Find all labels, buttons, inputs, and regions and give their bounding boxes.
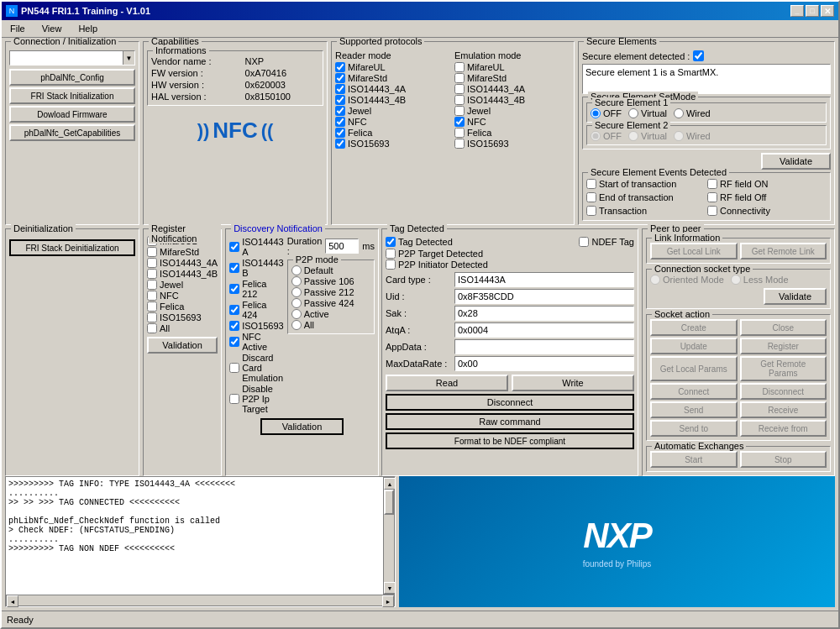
connect-button[interactable]: Connect — [650, 383, 738, 400]
minimize-button[interactable]: _ — [790, 5, 804, 17]
log-scrollbar-v[interactable]: ▲ ▼ — [383, 477, 395, 595]
socket-type-title: Connection socket type — [652, 264, 753, 274]
nfc-waves-left: )) — [197, 120, 210, 142]
send-button[interactable]: Send — [650, 401, 738, 418]
detected-row: Secure element detected : — [582, 50, 831, 61]
top-section: Connection / Initialization ▼ phDalNfc_C… — [2, 38, 838, 228]
connection-combo[interactable]: ▼ — [9, 50, 135, 66]
disc-felica212: Felica 212 — [229, 279, 284, 299]
se1-virtual: Virtual — [628, 108, 667, 118]
content-area: Connection / Initialization ▼ phDalNfc_C… — [2, 38, 838, 611]
emu-mifare-ul: MifareUL — [454, 62, 570, 72]
menu-file[interactable]: File — [5, 22, 30, 35]
reg-validation-container: Validation — [147, 337, 218, 354]
update-button[interactable]: Update — [650, 338, 738, 354]
notification-row: Register Notification MifareUL MifareStd… — [143, 228, 378, 476]
uid-input[interactable] — [454, 289, 634, 304]
menu-view[interactable]: View — [37, 22, 67, 35]
se-info-box: Secure element 1 is a SmartMX. — [582, 64, 831, 94]
register-items: MifareUL MifareStd ISO14443_4A ISO14443_… — [147, 236, 218, 333]
receive-from-button[interactable]: Receive from — [740, 420, 827, 437]
fw-label: FW version : — [151, 68, 240, 78]
reader-mifare-std: MifareStd — [335, 73, 451, 83]
reg-iso14443-4a: ISO14443_4A — [147, 258, 218, 268]
p2p-all: All — [291, 320, 370, 330]
detected-checkbox[interactable] — [693, 50, 704, 61]
menu-help[interactable]: Help — [73, 22, 102, 35]
ndef-tag-cb: NDEF Tag — [579, 237, 634, 247]
events-group: Secure Element Events Detected Start of … — [582, 172, 831, 221]
close-button[interactable]: Close — [740, 319, 827, 336]
connection-title: Connection / Initialization — [11, 38, 118, 46]
phdalnfc-config-button[interactable]: phDalNfc_Config — [9, 69, 135, 86]
get-local-link-button[interactable]: Get Local Link — [650, 243, 738, 259]
p2p-passive212: Passive 212 — [291, 287, 370, 297]
maximize-button[interactable]: □ — [806, 5, 819, 17]
p2p-target-cb: P2P Target Detected — [386, 249, 634, 259]
events-title: Secure Element Events Detected — [588, 167, 729, 177]
p2p-disconnect-button[interactable]: Disconnect — [740, 383, 827, 400]
log-line-7: .......... — [8, 535, 381, 544]
scroll-right-btn[interactable]: ► — [382, 595, 394, 607]
fri-stack-deinit-button[interactable]: FRI Stack Deinitialization — [9, 239, 135, 256]
write-button[interactable]: Write — [512, 375, 634, 391]
event-connectivity: Connectivity — [707, 206, 827, 216]
card-type-input[interactable] — [454, 272, 634, 287]
get-remote-params-button[interactable]: Get Remote Params — [740, 356, 827, 381]
register-button[interactable]: Register — [740, 338, 827, 354]
hw-value: 0x620003 — [245, 80, 319, 90]
sak-input[interactable] — [454, 306, 634, 321]
disc-card-emulation: Discard Card Emulation — [229, 353, 284, 383]
get-capabilities-button[interactable]: phDalNfc_GetCapabilities — [9, 124, 135, 141]
get-local-params-button[interactable]: Get Local Params — [650, 356, 738, 381]
discovery-checkboxes: ISO14443 A ISO14443 B Felica 212 Felica … — [229, 236, 284, 415]
send-to-button[interactable]: Send to — [650, 420, 738, 437]
get-remote-link-button[interactable]: Get Remote Link — [740, 243, 827, 259]
log-line-8: >>>>>>>>> TAG NON NDEF <<<<<<<<<< — [8, 544, 381, 553]
close-button[interactable]: ✕ — [821, 5, 834, 17]
socket-validate-button[interactable]: Validate — [764, 288, 827, 305]
download-firmware-button[interactable]: Dowload Firmware — [9, 106, 135, 123]
create-button[interactable]: Create — [650, 319, 738, 336]
informations-title: Informations — [153, 45, 209, 55]
detected-label: Secure element detected : — [582, 51, 690, 61]
socket-action-buttons: Create Close Update Register Get Local P… — [650, 319, 827, 437]
emu-iso14443-4a: ISO14443_4A — [454, 84, 570, 94]
protocols-panel: Supported protocols Reader mode MifareUL… — [331, 41, 575, 225]
maxdatarate-label: MaxDataRate : — [386, 359, 453, 369]
se1-modes: OFF Virtual Wired — [591, 107, 822, 119]
start-button[interactable]: Start — [650, 451, 738, 468]
right-middle: Tag Detected Tag Detected NDEF Tag P2P T… — [381, 228, 835, 476]
stop-button[interactable]: Stop — [740, 451, 827, 468]
log-line-2: .......... — [8, 489, 381, 498]
scroll-left-btn[interactable]: ◄ — [7, 595, 18, 607]
status-text: Ready — [7, 615, 34, 625]
raw-command-button[interactable]: Raw command — [386, 413, 634, 430]
disconnect-button[interactable]: Disconnect — [386, 394, 634, 411]
read-button[interactable]: Read — [386, 375, 508, 391]
se-validate-button[interactable]: Validate — [761, 153, 831, 170]
disc-validation-button[interactable]: Validation — [260, 418, 344, 435]
main-window: N PN544 FRI1.1 Training - V1.01 _ □ ✕ Fi… — [0, 0, 840, 629]
auto-exchange-buttons: Start Stop — [650, 451, 827, 468]
fri-stack-init-button[interactable]: FRI Stack Initialization — [9, 87, 135, 104]
duration-unit: ms — [362, 241, 375, 251]
log-scrollbar-h[interactable]: ◄ ► — [6, 595, 395, 606]
log-area[interactable]: >>>>>>>>> TAG INFO: TYPE ISO14443_4A <<<… — [6, 477, 383, 595]
appdata-input[interactable] — [454, 339, 634, 354]
receive-button[interactable]: Receive — [740, 401, 827, 418]
combo-arrow-icon[interactable]: ▼ — [123, 51, 134, 65]
atqa-input[interactable] — [454, 322, 634, 338]
log-container: >>>>>>>>> TAG INFO: TYPE ISO14443_4A <<<… — [5, 476, 396, 607]
emu-iso15693: ISO15693 — [454, 139, 570, 149]
oriented-mode: Oriented Mode — [650, 275, 724, 285]
reg-validation-button[interactable]: Validation — [147, 337, 218, 354]
scroll-thumb[interactable] — [384, 490, 394, 515]
scroll-down-btn[interactable]: ▼ — [384, 582, 395, 594]
protocol-columns: Reader mode MifareUL MifareStd ISO14443_… — [335, 50, 570, 149]
duration-input[interactable] — [325, 238, 359, 254]
maxdatarate-input[interactable] — [454, 356, 634, 371]
socket-type-group: Connection socket type Oriented Mode Les… — [646, 269, 831, 309]
format-button[interactable]: Format to be NDEF compliant — [386, 432, 634, 449]
scroll-up-btn[interactable]: ▲ — [384, 478, 395, 490]
